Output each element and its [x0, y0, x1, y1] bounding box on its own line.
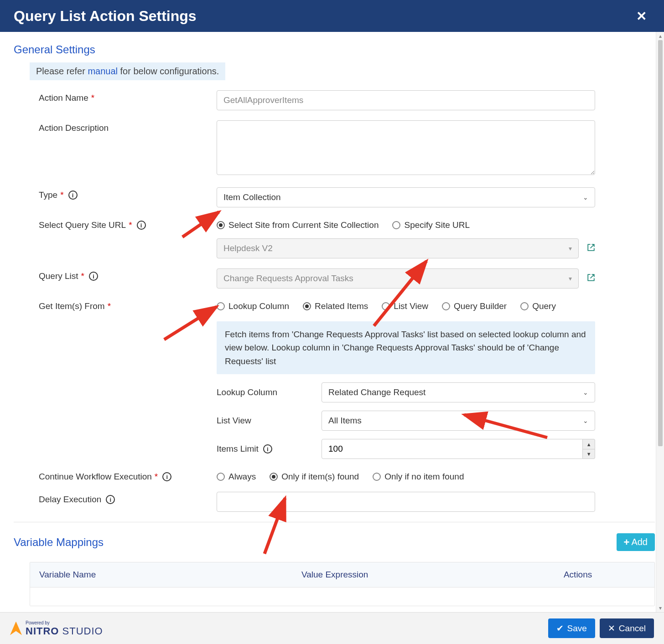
- manual-link[interactable]: manual: [88, 66, 118, 76]
- info-icon[interactable]: i: [137, 221, 146, 230]
- save-button[interactable]: ✔ Save: [548, 618, 595, 638]
- add-variable-button[interactable]: + Add: [617, 533, 655, 551]
- col-variable-name: Variable Name: [30, 562, 292, 587]
- action-name-input[interactable]: [217, 90, 595, 110]
- cancel-button[interactable]: ✕ Cancel: [600, 618, 654, 638]
- logo-icon: [10, 622, 22, 635]
- chevron-down-icon: ⌄: [583, 194, 588, 201]
- scroll-up-icon[interactable]: ▴: [659, 33, 662, 39]
- radio-dot-icon: [217, 473, 225, 481]
- check-icon: ✔: [556, 623, 564, 634]
- banner-text-prefix: Please refer: [36, 66, 88, 76]
- section-varmap-title: Variable Mappings: [14, 536, 104, 549]
- col-value-expression: Value Expression: [292, 562, 555, 587]
- radio-dot-icon: [217, 302, 225, 310]
- section-divider: [14, 522, 655, 522]
- radio-dot-selected-icon: [270, 473, 278, 481]
- label-delay-execution: Delay Execution i: [39, 492, 217, 505]
- site-collection-select[interactable]: Helpdesk V2 ▾: [217, 238, 579, 258]
- label-type: Type* i: [39, 187, 217, 200]
- close-icon: ✕: [608, 623, 615, 634]
- label-items-limit: Items Limit i: [217, 444, 312, 454]
- chevron-down-icon: ⌄: [583, 417, 588, 424]
- close-icon[interactable]: ✕: [633, 7, 650, 26]
- varmap-empty-body: [30, 587, 654, 606]
- label-get-items-from: Get Item(s) From*: [39, 299, 217, 311]
- label-action-description: Action Description: [39, 120, 217, 133]
- col-actions: Actions: [555, 562, 654, 587]
- radio-dot-icon: [373, 473, 381, 481]
- chevron-down-icon: ▾: [569, 275, 572, 282]
- radio-dot-selected-icon: [217, 221, 225, 229]
- radio-list-view[interactable]: List View: [382, 301, 428, 311]
- label-lookup-column: Lookup Column: [217, 387, 312, 397]
- lookup-column-select[interactable]: Related Change Request ⌄: [322, 382, 595, 402]
- external-link-icon[interactable]: [587, 273, 595, 284]
- modal-footer: Powered by NITRO STUDIO ✔ Save ✕ Cancel: [0, 612, 664, 644]
- radio-query[interactable]: Query: [520, 301, 556, 311]
- modal-titlebar: Query List Action Settings ✕: [0, 0, 664, 32]
- banner-text-suffix: for below configurations.: [118, 66, 219, 76]
- radio-site-current[interactable]: Select Site from Current Site Collection: [217, 220, 379, 230]
- label-query-list: Query List* i: [39, 268, 217, 281]
- spinner-up-icon[interactable]: ▲: [583, 439, 595, 449]
- help-banner: Please refer manual for below configurat…: [30, 62, 225, 80]
- radio-dot-icon: [382, 302, 390, 310]
- plus-icon: +: [624, 537, 630, 547]
- radio-related-items[interactable]: Related Items: [303, 301, 368, 311]
- radio-lookup-column[interactable]: Lookup Column: [217, 301, 289, 311]
- chevron-down-icon: ▾: [569, 245, 572, 252]
- label-query-site-url: Select Query Site URL* i: [39, 217, 217, 230]
- radio-dot-icon: [520, 302, 529, 310]
- label-action-name: Action Name*: [39, 90, 217, 103]
- info-icon[interactable]: i: [89, 272, 98, 281]
- radio-always[interactable]: Always: [217, 472, 256, 482]
- modal-title: Query List Action Settings: [14, 8, 197, 25]
- info-icon[interactable]: i: [263, 444, 272, 453]
- required-marker: *: [91, 93, 94, 103]
- type-select[interactable]: Item Collection ⌄: [217, 187, 595, 207]
- action-description-textarea[interactable]: [217, 120, 595, 175]
- radio-only-if-none[interactable]: Only if no item found: [373, 472, 464, 482]
- nitro-studio-logo: Powered by NITRO STUDIO: [10, 621, 103, 636]
- label-list-view: List View: [217, 416, 312, 426]
- radio-site-specify[interactable]: Specify Site URL: [392, 220, 470, 230]
- scroll-thumb[interactable]: [658, 40, 663, 446]
- radio-only-if-found[interactable]: Only if item(s) found: [270, 472, 359, 482]
- delay-execution-input[interactable]: [217, 492, 595, 512]
- items-limit-input[interactable]: [322, 439, 583, 459]
- info-icon[interactable]: i: [106, 495, 115, 504]
- info-icon[interactable]: i: [68, 191, 78, 200]
- external-link-icon[interactable]: [587, 243, 595, 254]
- radio-dot-icon: [442, 302, 450, 310]
- scroll-down-icon[interactable]: ▾: [659, 605, 662, 611]
- radio-dot-selected-icon: [303, 302, 311, 310]
- items-limit-spinner[interactable]: ▲ ▼: [583, 439, 595, 459]
- radio-query-builder[interactable]: Query Builder: [442, 301, 507, 311]
- section-general-title: General Settings: [14, 43, 655, 56]
- spinner-down-icon[interactable]: ▼: [583, 449, 595, 459]
- label-continue-workflow: Continue Workflow Execution* i: [39, 469, 217, 482]
- info-icon[interactable]: i: [162, 472, 171, 481]
- query-list-select[interactable]: Change Requests Approval Tasks ▾: [217, 268, 579, 289]
- chevron-down-icon: ⌄: [583, 389, 588, 396]
- vertical-scrollbar[interactable]: ▴ ▾: [656, 32, 664, 612]
- list-view-select[interactable]: All Items ⌄: [322, 411, 595, 431]
- get-items-info-box: Fetch items from 'Change Requests Approv…: [217, 321, 595, 374]
- radio-dot-icon: [392, 221, 400, 229]
- varmap-table: Variable Name Value Expression Actions: [30, 562, 655, 606]
